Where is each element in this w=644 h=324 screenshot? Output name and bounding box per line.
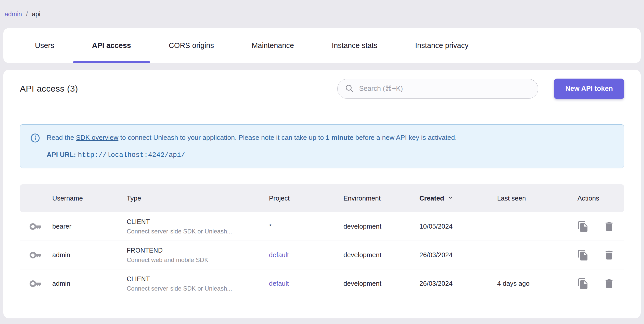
token-type-description: Connect web and mobile SDK bbox=[127, 256, 264, 264]
banner-text: Read the SDK overview to connect Unleash… bbox=[47, 133, 457, 142]
banner-text-suffix: before a new API key is activated. bbox=[354, 134, 457, 141]
token-type-cell: FRONTEND Connect web and mobile SDK bbox=[127, 247, 269, 264]
tab-users[interactable]: Users bbox=[16, 28, 73, 63]
tab-instance-privacy-label: Instance privacy bbox=[415, 41, 469, 50]
active-tab-indicator bbox=[73, 61, 150, 63]
api-url-value: http://localhost:4242/api/ bbox=[78, 151, 185, 159]
tab-api-access-label: API access bbox=[92, 41, 131, 50]
column-header-environment[interactable]: Environment bbox=[343, 194, 419, 202]
tabs-card: Users API access CORS origins Maintenanc… bbox=[3, 28, 641, 63]
token-type: CLIENT bbox=[127, 275, 264, 283]
copy-icon bbox=[577, 229, 589, 233]
actions-cell bbox=[569, 278, 624, 290]
tab-instance-stats[interactable]: Instance stats bbox=[313, 28, 396, 63]
copy-icon bbox=[577, 286, 589, 290]
column-header-username[interactable]: Username bbox=[52, 194, 127, 202]
sdk-overview-link[interactable]: SDK overview bbox=[76, 134, 118, 141]
table-row: admin CLIENT Connect server-side SDK or … bbox=[20, 269, 624, 298]
actions-cell bbox=[569, 221, 624, 232]
key-icon bbox=[20, 277, 52, 290]
tab-bar: Users API access CORS origins Maintenanc… bbox=[3, 28, 641, 63]
environment-cell: development bbox=[343, 222, 419, 230]
sort-chevron-down-icon bbox=[447, 194, 454, 203]
tab-maintenance-label: Maintenance bbox=[252, 41, 294, 50]
search-box[interactable] bbox=[337, 79, 538, 99]
token-type-cell: CLIENT Connect server-side SDK or Unleas… bbox=[127, 218, 269, 235]
copy-token-button[interactable] bbox=[577, 249, 589, 261]
header-divider bbox=[546, 84, 546, 94]
token-type-description: Connect server-side SDK or Unleash... bbox=[127, 285, 264, 292]
tab-maintenance[interactable]: Maintenance bbox=[233, 28, 313, 63]
banner-text-middle: to connect Unleash to your application. … bbox=[118, 134, 326, 141]
environment-cell: development bbox=[343, 251, 419, 259]
token-type: FRONTEND bbox=[127, 247, 264, 254]
created-cell: 26/03/2024 bbox=[419, 251, 497, 259]
tab-cors-origins[interactable]: CORS origins bbox=[150, 28, 233, 63]
breadcrumb-current: api bbox=[32, 10, 40, 18]
column-header-created[interactable]: Created bbox=[419, 194, 497, 203]
copy-token-button[interactable] bbox=[577, 278, 589, 290]
environment-cell: development bbox=[343, 280, 419, 288]
copy-icon bbox=[577, 258, 589, 262]
project-cell: * bbox=[269, 222, 343, 230]
created-cell: 26/03/2024 bbox=[419, 280, 497, 288]
column-header-last-seen[interactable]: Last seen bbox=[497, 194, 569, 202]
api-url-label: API URL: bbox=[47, 151, 76, 158]
banner-message-row: Read the SDK overview to connect Unleash… bbox=[30, 133, 614, 145]
table-row: admin FRONTEND Connect web and mobile SD… bbox=[20, 241, 624, 269]
banner-bold-text: 1 minute bbox=[326, 134, 354, 141]
delete-token-button[interactable] bbox=[603, 249, 615, 261]
tab-instance-stats-label: Instance stats bbox=[332, 41, 377, 50]
tab-cors-origins-label: CORS origins bbox=[169, 41, 214, 50]
search-icon bbox=[345, 84, 354, 94]
column-header-project[interactable]: Project bbox=[269, 194, 343, 202]
trash-icon bbox=[603, 286, 615, 290]
token-type-description: Connect server-side SDK or Unleash... bbox=[127, 228, 264, 235]
page-title: API access (3) bbox=[20, 84, 78, 94]
token-type: CLIENT bbox=[127, 218, 264, 226]
last-seen-cell: 4 days ago bbox=[497, 280, 569, 288]
search-input[interactable] bbox=[358, 84, 531, 93]
api-access-panel: API access (3) New API token Read the SD… bbox=[3, 70, 641, 318]
project-link[interactable]: default bbox=[269, 280, 343, 288]
info-icon bbox=[30, 133, 40, 145]
column-header-created-label: Created bbox=[419, 194, 444, 202]
banner-text-prefix: Read the bbox=[47, 134, 76, 141]
created-cell: 10/05/2024 bbox=[419, 222, 497, 230]
username-cell: bearer bbox=[52, 222, 127, 230]
tab-instance-privacy[interactable]: Instance privacy bbox=[396, 28, 487, 63]
token-type-cell: CLIENT Connect server-side SDK or Unleas… bbox=[127, 275, 269, 292]
table-row: bearer CLIENT Connect server-side SDK or… bbox=[20, 212, 624, 241]
actions-cell bbox=[569, 249, 624, 261]
trash-icon bbox=[603, 229, 615, 233]
panel-header: API access (3) New API token bbox=[3, 70, 641, 108]
info-banner: Read the SDK overview to connect Unleash… bbox=[20, 124, 624, 168]
delete-token-button[interactable] bbox=[603, 278, 615, 290]
api-url-row: API URL: http://localhost:4242/api/ bbox=[30, 151, 614, 159]
key-icon bbox=[20, 220, 52, 233]
trash-icon bbox=[603, 258, 615, 262]
column-header-actions: Actions bbox=[569, 194, 624, 202]
key-icon bbox=[20, 248, 52, 262]
api-tokens-table: Username Type Project Environment Create… bbox=[20, 184, 624, 298]
username-cell: admin bbox=[52, 251, 127, 259]
breadcrumb: admin / api bbox=[0, 0, 644, 18]
breadcrumb-separator: / bbox=[26, 10, 28, 18]
column-header-type[interactable]: Type bbox=[127, 194, 269, 202]
new-api-token-button[interactable]: New API token bbox=[554, 79, 624, 99]
tab-users-label: Users bbox=[35, 41, 54, 50]
table-header-row: Username Type Project Environment Create… bbox=[20, 184, 624, 212]
breadcrumb-link-admin[interactable]: admin bbox=[5, 10, 22, 18]
project-link[interactable]: default bbox=[269, 251, 343, 259]
copy-token-button[interactable] bbox=[577, 221, 589, 232]
tab-api-access[interactable]: API access bbox=[73, 28, 150, 63]
username-cell: admin bbox=[52, 280, 127, 288]
delete-token-button[interactable] bbox=[603, 221, 615, 232]
